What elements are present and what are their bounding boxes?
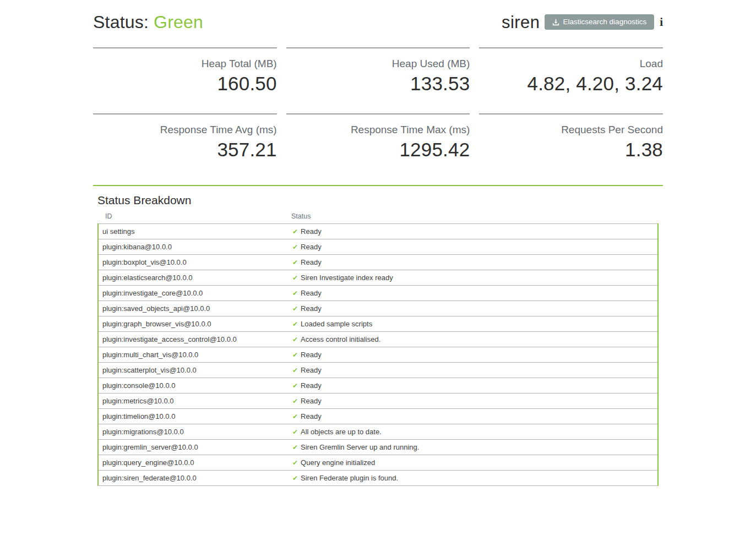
table-row: plugin:investigate_core@10.0.0 ✔ Ready [99,285,657,300]
row-status-text: Ready [301,258,322,266]
breakdown-title: Status Breakdown [97,194,659,207]
metric-label: Heap Total (MB) [93,57,277,71]
check-icon: ✔ [292,228,298,235]
table-row: plugin:query_engine@10.0.0 ✔ Query engin… [99,455,657,470]
check-icon: ✔ [292,460,298,466]
check-icon: ✔ [292,305,298,312]
row-id: plugin:siren_federate@10.0.0 [99,474,292,482]
table-row: ui settings ✔ Ready [99,223,657,239]
info-icon[interactable]: i [659,17,663,28]
metric-card: Heap Total (MB) 160.50 [93,47,277,97]
elasticsearch-diagnostics-button[interactable]: Elasticsearch diagnostics [545,14,655,30]
metric-card: Heap Used (MB) 133.53 [286,47,470,97]
row-id: ui settings [99,227,292,236]
row-id: plugin:graph_browser_vis@10.0.0 [99,320,292,328]
row-id: plugin:kibana@10.0.0 [99,243,292,251]
column-header-id: ID [97,212,291,220]
check-icon: ✔ [292,275,298,281]
check-icon: ✔ [292,382,298,389]
check-icon: ✔ [292,259,298,266]
table-row: plugin:kibana@10.0.0 ✔ Ready [99,239,657,254]
metric-value: 160.50 [93,71,277,96]
check-icon: ✔ [292,352,298,358]
row-id: plugin:elasticsearch@10.0.0 [99,274,292,282]
check-icon: ✔ [292,244,298,250]
table-row: plugin:console@10.0.0 ✔ Ready [99,378,657,393]
metric-card: Response Time Avg (ms) 357.21 [93,113,277,163]
check-icon: ✔ [292,475,298,482]
table-row: plugin:timelion@10.0.0 ✔ Ready [99,408,657,424]
row-id: plugin:investigate_core@10.0.0 [99,289,292,297]
row-status: ✔ Ready [292,243,657,251]
check-icon: ✔ [292,321,298,327]
topbar-actions: siren Elasticsearch diagnostics i [502,14,663,31]
row-status: ✔ Ready [292,381,657,390]
row-status-text: Query engine initialized [301,458,375,467]
row-status: ✔ Siren Gremlin Server up and running. [292,443,657,451]
diagnostics-button-label: Elasticsearch diagnostics [563,18,647,26]
metric-value: 357.21 [93,137,277,162]
table-row: plugin:scatterplot_vis@10.0.0 ✔ Ready [99,362,657,378]
row-status: ✔ Siren Investigate index ready [292,274,657,282]
topbar: Status: Green siren Elasticsearch diagno… [93,7,663,37]
row-status-text: Ready [301,381,322,390]
row-id: plugin:investigate_access_control@10.0.0 [99,335,292,343]
check-icon: ✔ [292,398,298,405]
metric-label: Requests Per Second [479,123,663,137]
section-divider [93,185,663,186]
row-status-text: Access control initialised. [301,335,380,343]
metric-card: Requests Per Second 1.38 [479,113,663,163]
column-header-status: Status [291,212,659,220]
metric-label: Response Time Max (ms) [286,123,470,137]
row-status: ✔ Ready [292,227,657,236]
row-id: plugin:migrations@10.0.0 [99,428,292,436]
row-status: ✔ Ready [292,258,657,266]
row-id: plugin:scatterplot_vis@10.0.0 [99,366,292,374]
row-id: plugin:gremlin_server@10.0.0 [99,443,292,451]
table-row: plugin:elasticsearch@10.0.0 ✔ Siren Inve… [99,270,657,285]
row-id: plugin:multi_chart_vis@10.0.0 [99,351,292,359]
table-row: plugin:boxplot_vis@10.0.0 ✔ Ready [99,254,657,270]
status-breakdown-section: Status Breakdown ID Status ui settings ✔… [93,194,663,486]
status-label: Status: [93,12,149,32]
siren-logo: siren [502,14,540,31]
table-row: plugin:graph_browser_vis@10.0.0 ✔ Loaded… [99,316,657,331]
row-status: ✔ Ready [292,412,657,420]
metric-label: Response Time Avg (ms) [93,123,277,137]
row-status: ✔ Ready [292,351,657,359]
table-row: plugin:saved_objects_api@10.0.0 ✔ Ready [99,300,657,316]
row-id: plugin:boxplot_vis@10.0.0 [99,258,292,266]
table-row: plugin:siren_federate@10.0.0 ✔ Siren Fed… [99,470,657,485]
metric-value: 1.38 [479,137,663,162]
row-status-text: Ready [301,412,322,420]
row-status: ✔ Ready [292,397,657,405]
check-icon: ✔ [292,413,298,420]
metric-card: Load 4.82, 4.20, 3.24 [479,47,663,97]
row-id: plugin:timelion@10.0.0 [99,412,292,420]
row-status-text: Ready [301,351,322,359]
row-status-text: All objects are up to date. [301,428,382,436]
row-status: ✔ Query engine initialized [292,458,657,467]
row-status-text: Ready [301,304,322,313]
row-status-text: Siren Investigate index ready [301,274,393,282]
row-status-text: Ready [301,397,322,405]
row-id: plugin:query_engine@10.0.0 [99,458,292,467]
metric-value: 133.53 [286,71,470,96]
table-header: ID Status [97,212,659,223]
status-page: Status: Green siren Elasticsearch diagno… [93,0,663,486]
row-status: ✔ Siren Federate plugin is found. [292,474,657,482]
check-icon: ✔ [292,444,298,451]
table-row: plugin:metrics@10.0.0 ✔ Ready [99,393,657,408]
row-status: ✔ Loaded sample scripts [292,320,657,328]
metrics-grid: Heap Total (MB) 160.50 Heap Used (MB) 13… [93,47,663,163]
row-status-text: Ready [301,243,322,251]
row-status: ✔ Access control initialised. [292,335,657,343]
row-status: ✔ Ready [292,289,657,297]
page-title: Status: Green [93,12,203,32]
metric-value: 1295.42 [286,137,470,162]
row-status: ✔ All objects are up to date. [292,428,657,436]
row-status-text: Ready [301,227,322,236]
row-status-text: Ready [301,366,322,374]
row-status-text: Siren Federate plugin is found. [301,474,398,482]
status-value: Green [154,12,203,32]
